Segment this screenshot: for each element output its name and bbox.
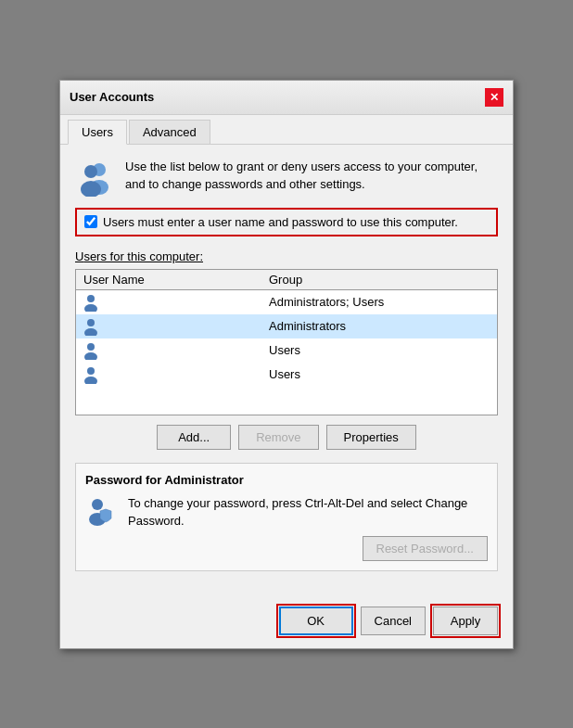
- user-row-icon: [83, 317, 102, 336]
- user-row-icon: [83, 293, 102, 312]
- checkbox-section: Users must enter a user name and passwor…: [75, 208, 498, 236]
- row-group-0: Administrators; Users: [269, 295, 490, 309]
- svg-point-8: [87, 343, 95, 351]
- users-section-label: Users for this computer:: [75, 249, 498, 263]
- users-table: User Name Group Administrators; Users: [75, 269, 498, 415]
- password-text: To change your password, press Ctrl-Alt-…: [128, 494, 488, 530]
- table-row[interactable]: Users: [76, 338, 497, 363]
- tab-users[interactable]: Users: [68, 120, 127, 145]
- info-text: Use the list below to grant or deny user…: [125, 158, 498, 194]
- table-row[interactable]: Users: [76, 363, 497, 387]
- table-action-buttons: Add... Remove Properties: [75, 425, 498, 450]
- tab-advanced[interactable]: Advanced: [129, 120, 210, 145]
- password-inner: To change your password, press Ctrl-Alt-…: [85, 494, 488, 530]
- svg-point-6: [87, 319, 95, 326]
- dialog-title: User Accounts: [70, 90, 154, 104]
- svg-point-7: [84, 328, 97, 336]
- svg-point-5: [84, 304, 97, 312]
- svg-point-12: [92, 499, 103, 510]
- row-group-1: Administrators: [269, 319, 490, 333]
- users-icon: [75, 158, 114, 197]
- table-row[interactable]: Administrators: [76, 314, 497, 338]
- add-button[interactable]: Add...: [157, 425, 231, 450]
- close-button[interactable]: ✕: [485, 88, 503, 107]
- apply-button[interactable]: Apply: [433, 607, 498, 635]
- password-section-label: Password for Administrator: [85, 473, 488, 487]
- must-login-checkbox[interactable]: [84, 215, 97, 228]
- row-group-3: Users: [269, 367, 490, 381]
- svg-point-11: [84, 377, 97, 384]
- row-group-2: Users: [269, 343, 490, 357]
- col-header-username: User Name: [83, 273, 269, 287]
- info-row: Use the list below to grant or deny user…: [75, 158, 498, 197]
- cancel-button[interactable]: Cancel: [361, 607, 426, 635]
- table-row[interactable]: Administrators; Users: [76, 290, 497, 314]
- svg-point-9: [84, 352, 97, 360]
- reset-password-button[interactable]: Reset Password...: [363, 536, 489, 561]
- remove-button[interactable]: Remove: [238, 425, 318, 450]
- properties-button[interactable]: Properties: [326, 425, 416, 450]
- checkbox-label[interactable]: Users must enter a user name and passwor…: [103, 215, 458, 229]
- admin-icon: [85, 494, 119, 528]
- password-section: Password for Administrator To change you…: [75, 463, 498, 571]
- user-row-icon: [83, 365, 102, 384]
- table-padding: [76, 387, 497, 415]
- main-content: Use the list below to grant or deny user…: [60, 145, 513, 599]
- user-accounts-dialog: User Accounts ✕ Users Advanced: [59, 80, 514, 649]
- user-row-icon: [83, 341, 102, 360]
- svg-point-10: [87, 367, 95, 375]
- ok-button[interactable]: OK: [279, 607, 353, 635]
- table-header: User Name Group: [76, 270, 497, 290]
- svg-point-4: [87, 295, 95, 302]
- col-header-group: Group: [269, 273, 490, 287]
- title-bar: User Accounts ✕: [60, 81, 513, 115]
- bottom-buttons: OK Cancel Apply: [60, 599, 513, 648]
- tab-bar: Users Advanced: [60, 115, 513, 145]
- svg-point-2: [84, 165, 97, 178]
